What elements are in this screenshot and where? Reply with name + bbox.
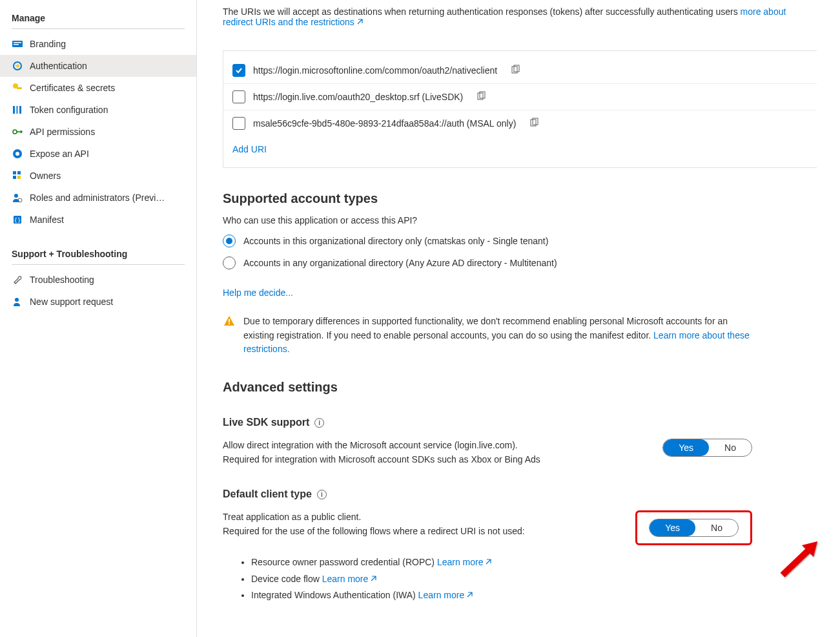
manifest-icon: {} xyxy=(12,214,23,225)
external-link-icon xyxy=(466,591,473,599)
warning-text: Due to temporary differences in supporte… xyxy=(243,315,752,357)
svg-rect-28 xyxy=(229,323,230,324)
live-sdk-setting-row: Allow direct integration with the Micros… xyxy=(223,439,752,466)
nav-label: Troubleshooting xyxy=(30,275,94,285)
uri-row: https://login.microsoftonline.com/common… xyxy=(223,57,817,84)
external-link-icon xyxy=(484,558,492,566)
redirect-uri-list: https://login.microsoftonline.com/common… xyxy=(223,50,817,168)
radio-label: Accounts in this organizational director… xyxy=(243,236,548,246)
nav-label: API permissions xyxy=(30,127,95,137)
copy-icon[interactable] xyxy=(510,65,520,77)
toggle-no[interactable]: No xyxy=(695,519,738,536)
sidebar-item-token-config[interactable]: Token configuration xyxy=(0,99,196,121)
learn-more-link[interactable]: Learn more xyxy=(418,590,474,600)
account-type-option[interactable]: Accounts in any organizational directory… xyxy=(223,256,840,269)
supported-account-types-heading: Supported account types xyxy=(223,191,840,206)
copy-icon[interactable] xyxy=(529,118,539,130)
info-icon[interactable]: i xyxy=(317,490,327,499)
learn-more-link[interactable]: Learn more xyxy=(322,574,378,584)
sidebar-item-manifest[interactable]: {} Manifest xyxy=(0,209,196,231)
uri-checkbox[interactable] xyxy=(232,64,245,77)
svg-rect-13 xyxy=(17,171,21,174)
toggle-yes[interactable]: Yes xyxy=(650,519,695,536)
svg-point-20 xyxy=(15,298,19,302)
svg-point-9 xyxy=(13,130,17,134)
account-type-option[interactable]: Accounts in this organizational director… xyxy=(223,235,840,247)
section-label-support: Support + Troubleshooting xyxy=(0,242,196,262)
svg-rect-1 xyxy=(14,42,21,43)
radio-button[interactable] xyxy=(223,256,236,269)
intro-text: The URIs we will accept as destinations … xyxy=(223,6,738,17)
nav-label: Roles and administrators (Previ… xyxy=(30,193,165,203)
nav-label: New support request xyxy=(30,297,113,307)
key-icon xyxy=(12,82,23,94)
uri-checkbox[interactable] xyxy=(232,90,245,103)
nav-label: Certificates & secrets xyxy=(30,83,115,93)
sidebar-item-troubleshooting[interactable]: Troubleshooting xyxy=(0,269,196,291)
sidebar-item-expose-api[interactable]: Expose an API xyxy=(0,143,196,165)
redirect-uri-intro: The URIs we will accept as destinations … xyxy=(223,6,817,27)
divider xyxy=(12,264,185,265)
branding-icon xyxy=(12,38,23,50)
svg-rect-12 xyxy=(13,171,16,174)
help-me-decide-link[interactable]: Help me decide... xyxy=(223,287,293,298)
live-sdk-heading: Live SDK support i xyxy=(223,417,840,428)
default-client-type-toggle[interactable]: Yes No xyxy=(649,519,739,537)
uri-checkbox[interactable] xyxy=(232,117,245,130)
uri-row: msale56c9cfe-9bd5-480e-9893-214dfaa858a4… xyxy=(223,110,817,136)
token-config-icon xyxy=(12,104,23,116)
supported-account-types-question: Who can use this application or access t… xyxy=(223,215,840,225)
uri-text: https://login.microsoftonline.com/common… xyxy=(253,65,497,76)
warning-message: Due to temporary differences in supporte… xyxy=(223,315,752,357)
copy-icon[interactable] xyxy=(476,91,486,103)
main-content: The URIs we will accept as destinations … xyxy=(197,0,840,637)
sidebar-item-new-support[interactable]: New support request xyxy=(0,291,196,313)
default-client-description: Treat application as a public client. Re… xyxy=(223,510,525,538)
nav-label: Manifest xyxy=(30,214,64,225)
nav-label: Token configuration xyxy=(30,105,108,115)
sidebar-item-api-permissions[interactable]: API permissions xyxy=(0,121,196,143)
radio-button[interactable] xyxy=(223,235,236,247)
add-uri-link[interactable]: Add URI xyxy=(232,144,817,154)
svg-point-11 xyxy=(15,152,19,156)
learn-more-link[interactable]: Learn more xyxy=(437,557,493,567)
live-sdk-description: Allow direct integration with the Micros… xyxy=(223,439,540,466)
sidebar-item-branding[interactable]: Branding xyxy=(0,33,196,55)
svg-text:{}: {} xyxy=(14,217,21,224)
warning-icon xyxy=(223,315,236,357)
sidebar-item-authentication[interactable]: Authentication xyxy=(0,55,196,77)
sidebar-item-owners[interactable]: Owners xyxy=(0,165,196,187)
svg-rect-5 xyxy=(17,87,22,89)
advanced-settings-heading: Advanced settings xyxy=(223,380,840,395)
nav-label: Owners xyxy=(30,171,61,181)
divider xyxy=(12,28,185,29)
uri-text: msale56c9cfe-9bd5-480e-9893-214dfaa858a4… xyxy=(253,118,516,129)
svg-rect-2 xyxy=(14,44,19,45)
uri-text: https://login.live.com/oauth20_desktop.s… xyxy=(253,92,463,102)
toggle-no[interactable]: No xyxy=(709,439,752,456)
svg-rect-8 xyxy=(19,106,21,114)
default-client-type-heading: Default client type i xyxy=(223,488,840,500)
support-icon xyxy=(12,296,23,308)
nav-label: Branding xyxy=(30,39,66,49)
toggle-yes[interactable]: Yes xyxy=(663,439,709,456)
nav-label: Expose an API xyxy=(30,149,89,159)
expose-api-icon xyxy=(12,148,23,160)
live-sdk-toggle[interactable]: Yes No xyxy=(662,439,752,457)
api-permissions-icon xyxy=(12,126,23,138)
flow-item: Resource owner password credential (ROPC… xyxy=(251,554,840,570)
info-icon[interactable]: i xyxy=(314,418,324,428)
roles-icon xyxy=(12,192,23,204)
uri-row: https://login.live.com/oauth20_desktop.s… xyxy=(223,84,817,110)
flow-item: Integrated Windows Authentication (IWA) … xyxy=(251,587,840,603)
owners-icon xyxy=(12,170,23,182)
default-client-setting-row: Treat application as a public client. Re… xyxy=(223,510,752,545)
svg-point-16 xyxy=(14,194,18,198)
highlight-annotation: Yes No xyxy=(635,510,752,545)
svg-rect-15 xyxy=(17,176,21,179)
external-link-icon xyxy=(369,575,377,583)
section-label-manage: Manage xyxy=(0,6,196,26)
sidebar-item-certificates[interactable]: Certificates & secrets xyxy=(0,77,196,99)
flows-list: Resource owner password credential (ROPC… xyxy=(251,554,840,603)
sidebar-item-roles-admins[interactable]: Roles and administrators (Previ… xyxy=(0,187,196,209)
